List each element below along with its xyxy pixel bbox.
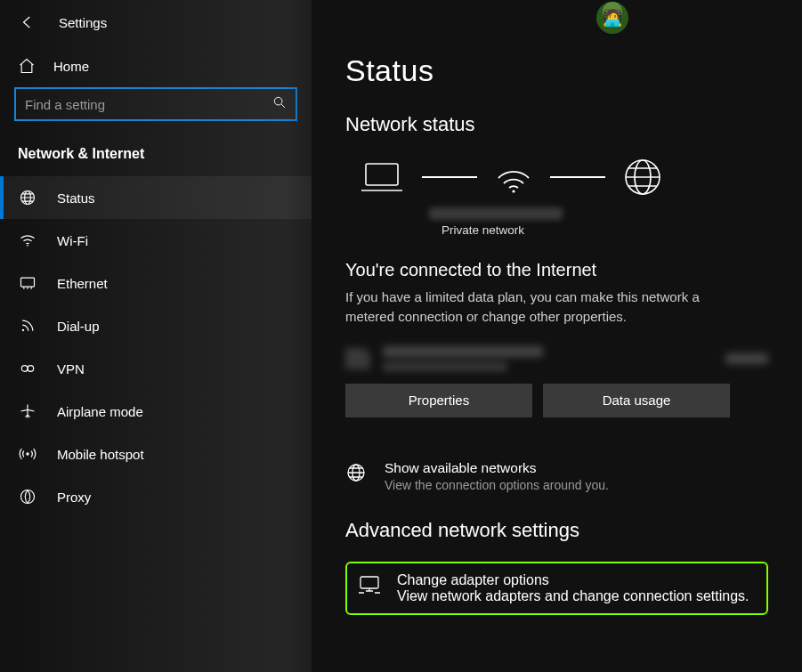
- adapter-icon: [358, 572, 381, 604]
- sidebar-item-home[interactable]: Home: [0, 48, 312, 87]
- svg-rect-16: [360, 577, 378, 588]
- connected-title: You're connected to the Internet: [345, 260, 768, 280]
- laptop-icon: [358, 158, 406, 196]
- sidebar-item-label: Airplane mode: [57, 404, 143, 419]
- search-input[interactable]: [25, 97, 272, 112]
- ssid-redacted: [429, 207, 563, 220]
- advanced-heading: Advanced network settings: [345, 519, 768, 542]
- connector-line: [422, 176, 477, 178]
- avatar: 🧑‍💻: [596, 2, 628, 34]
- ethernet-icon: [18, 274, 37, 292]
- section-title: Network & Internet: [0, 139, 312, 176]
- svg-point-5: [22, 329, 24, 331]
- globe-icon: [18, 189, 37, 206]
- sidebar-item-label: Proxy: [57, 490, 91, 505]
- sidebar-item-label: Ethernet: [57, 276, 108, 291]
- svg-point-6: [21, 366, 28, 372]
- sidebar-item-dial-up[interactable]: Dial-up: [0, 304, 312, 347]
- svg-point-11: [512, 190, 514, 192]
- back-button[interactable]: [18, 12, 37, 32]
- home-icon: [18, 57, 37, 75]
- link-desc: View network adapters and change connect…: [397, 588, 749, 604]
- connection-summary-redacted: [345, 346, 768, 371]
- airplane-icon: [18, 402, 37, 420]
- sidebar-item-wi-fi[interactable]: Wi-Fi: [0, 219, 312, 262]
- link-desc: View the connection options around you.: [385, 478, 609, 492]
- link-title: Change adapter options: [397, 572, 749, 588]
- svg-point-7: [28, 366, 34, 372]
- link-title: Show available networks: [385, 460, 609, 476]
- hotspot-icon: [18, 445, 37, 463]
- sidebar-item-label: Mobile hotspot: [57, 447, 144, 462]
- main-panel: 🧑‍💻 Status Network status Private networ…: [312, 0, 802, 672]
- data-usage-button[interactable]: Data usage: [543, 384, 730, 417]
- titlebar: Settings: [0, 12, 312, 48]
- sidebar-item-vpn[interactable]: VPN: [0, 347, 312, 390]
- dialup-icon: [18, 317, 37, 335]
- sidebar-item-airplane-mode[interactable]: Airplane mode: [0, 390, 312, 433]
- app-title: Settings: [59, 15, 107, 30]
- connected-desc: If you have a limited data plan, you can…: [345, 287, 737, 327]
- network-diagram: [358, 156, 768, 198]
- sidebar-item-label: Dial-up: [57, 319, 100, 334]
- page-title: Status: [345, 53, 768, 88]
- network-status-heading: Network status: [345, 113, 768, 136]
- button-row: Properties Data usage: [345, 384, 768, 417]
- sidebar-item-status[interactable]: Status: [0, 176, 312, 219]
- sidebar-item-proxy[interactable]: Proxy: [0, 475, 312, 518]
- globe-icon: [621, 156, 664, 198]
- connector-line: [550, 176, 605, 178]
- sidebar: Settings Home Network & Internet StatusW…: [0, 0, 312, 672]
- svg-rect-10: [366, 164, 398, 185]
- svg-point-8: [26, 452, 28, 455]
- wifi-icon: [18, 231, 37, 249]
- wifi-icon: [493, 158, 534, 196]
- search-icon: [272, 95, 287, 113]
- network-type-label: Private network: [442, 223, 768, 237]
- sidebar-item-mobile-hotspot[interactable]: Mobile hotspot: [0, 433, 312, 475]
- sidebar-item-label: Wi-Fi: [57, 233, 88, 248]
- sidebar-item-label: VPN: [57, 361, 85, 376]
- sidebar-item-label: Status: [57, 190, 95, 206]
- svg-rect-4: [21, 278, 35, 287]
- search-box[interactable]: [14, 87, 297, 121]
- change-adapter-options[interactable]: Change adapter options View network adap…: [345, 562, 768, 615]
- vpn-icon: [18, 360, 37, 377]
- sidebar-item-label: Home: [53, 59, 89, 74]
- sidebar-item-ethernet[interactable]: Ethernet: [0, 262, 312, 304]
- show-available-networks[interactable]: Show available networks View the connect…: [345, 458, 768, 494]
- properties-button[interactable]: Properties: [345, 384, 532, 417]
- globe-icon: [345, 460, 369, 492]
- svg-point-3: [27, 245, 28, 247]
- proxy-icon: [18, 488, 37, 506]
- nav-list: StatusWi-FiEthernetDial-upVPNAirplane mo…: [0, 176, 312, 518]
- svg-point-0: [274, 97, 282, 105]
